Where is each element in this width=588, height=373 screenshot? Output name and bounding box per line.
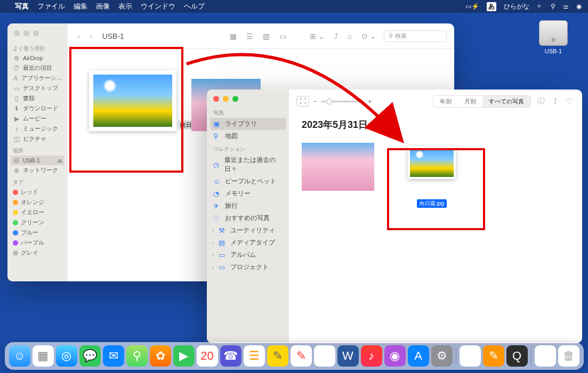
- dock-photos-icon[interactable]: ✿: [150, 345, 171, 367]
- group-icon[interactable]: ⊞ ⌄: [308, 32, 327, 40]
- tag-icon[interactable]: ⌂: [345, 32, 354, 40]
- photos-sidebar-item[interactable]: ◷最近または過去の日々: [207, 154, 289, 175]
- siri-icon[interactable]: ◉: [576, 3, 582, 10]
- ime-badge[interactable]: あ: [487, 2, 496, 11]
- dock-settings-icon[interactable]: ⚙: [431, 345, 453, 367]
- dock-preview-icon[interactable]: ▭: [460, 345, 481, 367]
- sidebar-item[interactable]: ⬇ダウンロード: [11, 103, 65, 113]
- finder-search-input[interactable]: ⚲ 検索: [384, 30, 447, 42]
- view-segmented-control[interactable]: 年別月別すべての写真: [433, 95, 531, 108]
- sidebar-item[interactable]: ▶ムービー: [11, 113, 65, 124]
- photos-content[interactable]: 2023年5月31日 向日葵.jpg: [289, 113, 582, 343]
- photos-sidebar-item[interactable]: ›⚒ユーティリティ: [207, 224, 289, 237]
- dock-trash-icon[interactable]: 🗑: [558, 345, 579, 367]
- dock-calendar-icon[interactable]: 20: [197, 345, 218, 367]
- photo-item-sakura[interactable]: [302, 143, 374, 191]
- menu-view[interactable]: 表示: [118, 2, 132, 11]
- desktop-usb-drive[interactable]: USB-1: [535, 20, 572, 54]
- control-center-icon[interactable]: ⚌: [563, 3, 569, 10]
- photos-sidebar-item[interactable]: ›▭プロジェクト: [207, 261, 289, 273]
- segment-option[interactable]: 年別: [433, 96, 458, 107]
- dock-contacts-icon[interactable]: ☎: [220, 345, 241, 367]
- sidebar-tag-item[interactable]: ブルー: [11, 228, 65, 238]
- menu-window[interactable]: ウインドウ: [141, 2, 175, 11]
- sidebar-tag-item[interactable]: オレンジ: [11, 197, 65, 207]
- sidebar-item[interactable]: ▭デスクトップ: [11, 83, 65, 93]
- photos-sidebar-item[interactable]: ›▭アルバム: [207, 249, 289, 261]
- photos-sidebar-item[interactable]: ▣ライブラリ: [210, 118, 286, 130]
- dock-safari-icon[interactable]: ◎: [56, 345, 77, 367]
- sidebar-item[interactable]: ▯書類: [11, 93, 65, 103]
- dock-music-icon[interactable]: ♪: [361, 345, 382, 367]
- dock-freeform-icon[interactable]: ✎: [291, 345, 312, 367]
- dock-facetime-icon[interactable]: ▶: [173, 345, 195, 367]
- menu-edit[interactable]: 編集: [74, 2, 87, 11]
- finder-sidebar: よく使う項目 ⊚AirDrop⏱最近の項目Aアプリケーシ…▭デスクトップ▯書類⬇…: [7, 23, 68, 281]
- sidebar-item[interactable]: ⊟USB-1⏏: [11, 156, 65, 165]
- dock-word-icon[interactable]: W: [337, 345, 359, 367]
- ime-mode[interactable]: ひらがな: [504, 2, 529, 11]
- sidebar-item[interactable]: ♪ミュージック: [11, 124, 65, 134]
- spotlight-icon[interactable]: ⚲: [551, 3, 555, 10]
- dock-notes-icon[interactable]: ✎: [267, 345, 288, 367]
- aspect-toggle-icon[interactable]: ⛶: [296, 96, 309, 107]
- dock-appstore-icon[interactable]: A: [408, 345, 429, 367]
- sidebar-item-icon: ▣: [213, 120, 221, 128]
- sidebar-tag-item[interactable]: パープル: [11, 238, 65, 248]
- menu-image[interactable]: 画像: [96, 2, 110, 11]
- dock-messages-icon[interactable]: 💬: [79, 345, 101, 367]
- share-icon[interactable]: ⤴: [551, 97, 559, 106]
- menu-help[interactable]: ヘルプ: [184, 2, 205, 11]
- photos-sidebar-item[interactable]: ›▤メディアタイプ: [207, 237, 289, 249]
- menu-file[interactable]: ファイル: [37, 2, 65, 11]
- photos-sidebar-item[interactable]: ♡おすすめの写真: [207, 212, 289, 224]
- battery-icon[interactable]: ▭⚡: [465, 3, 479, 10]
- nav-forward-icon[interactable]: ›: [87, 31, 94, 41]
- dock-launchpad-icon[interactable]: ▦: [33, 345, 54, 367]
- dock-reminders-icon[interactable]: ☰: [244, 345, 265, 367]
- dock-podcasts-icon[interactable]: ◉: [384, 345, 406, 367]
- sidebar-item[interactable]: Aアプリケーシ…: [11, 73, 65, 83]
- dock-maps-icon[interactable]: ⚲: [126, 345, 148, 367]
- photos-sidebar-item[interactable]: ◔メモリー: [207, 188, 289, 200]
- zoom-slider[interactable]: [321, 101, 364, 102]
- dock-quicktime-icon[interactable]: Q: [506, 345, 528, 367]
- view-gallery-icon[interactable]: ▭: [277, 32, 288, 40]
- dock-chrome-icon[interactable]: ◉: [314, 345, 335, 367]
- wifi-icon[interactable]: ᯤ: [537, 3, 543, 10]
- dock-finder-icon[interactable]: ☺: [9, 345, 30, 367]
- dock-downloads-icon[interactable]: ⬇: [535, 345, 556, 367]
- view-list-icon[interactable]: ☰: [244, 32, 255, 40]
- sidebar-tag-item[interactable]: グリーン: [11, 217, 65, 228]
- photos-traffic-lights[interactable]: [207, 90, 289, 106]
- segment-option[interactable]: すべての写真: [482, 96, 530, 107]
- app-menu[interactable]: 写真: [15, 2, 29, 11]
- view-columns-icon[interactable]: ▥: [261, 32, 272, 40]
- photos-sidebar-item[interactable]: ⚲地図: [207, 130, 289, 142]
- sidebar-tag-item[interactable]: レッド: [11, 187, 65, 197]
- sidebar-item[interactable]: ◫ピクチャ: [11, 134, 65, 144]
- sidebar-item[interactable]: ⊕ネットワーク: [11, 165, 65, 175]
- sidebar-tags-header: タグ: [13, 179, 62, 186]
- action-icon[interactable]: ⊙ ⌄: [359, 32, 378, 40]
- dock-mail-icon[interactable]: ✉: [103, 345, 124, 367]
- sidebar-item[interactable]: ⏱最近の項目: [11, 63, 65, 73]
- finder-traffic-lights[interactable]: [11, 29, 65, 42]
- segment-option[interactable]: 月別: [458, 96, 482, 107]
- photos-sidebar-item[interactable]: ☺ピープルとペット: [207, 175, 289, 188]
- photos-sidebar-item[interactable]: ✈旅行: [207, 200, 289, 212]
- dock[interactable]: ☺ ▦ ◎ 💬 ✉ ⚲ ✿ ▶ 20 ☎ ☰ ✎ ✎ ◉ W ♪ ◉ A ⚙ ▭…: [5, 342, 584, 370]
- favorite-icon[interactable]: ♡: [563, 97, 575, 106]
- info-icon[interactable]: ⓘ: [535, 96, 547, 106]
- photos-window[interactable]: 写真 ▣ライブラリ⚲地図 コレクション ◷最近または過去の日々☺ピープルとペット…: [207, 90, 582, 343]
- photo-drop-preview[interactable]: 向日葵.jpg: [405, 146, 458, 208]
- sidebar-tag-item[interactable]: イエロー: [11, 207, 65, 217]
- sidebar-item-label: デスクトップ: [23, 84, 58, 92]
- dock-pages-icon[interactable]: ✎: [483, 345, 504, 367]
- sidebar-tag-item[interactable]: グレイ: [11, 248, 65, 258]
- nav-back-icon[interactable]: ‹: [75, 31, 82, 41]
- share-icon[interactable]: ⤴: [332, 32, 340, 40]
- view-icon-grid-icon[interactable]: ▦: [228, 32, 239, 40]
- sidebar-item[interactable]: ⊚AirDrop: [11, 53, 65, 63]
- eject-icon[interactable]: ⏏: [57, 157, 62, 164]
